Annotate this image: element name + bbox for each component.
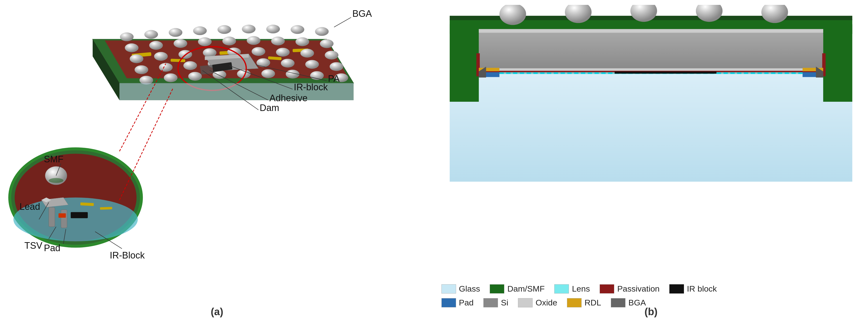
label-tsv: TSV <box>24 241 43 251</box>
svg-point-19 <box>125 43 138 52</box>
svg-point-39 <box>183 61 197 70</box>
cross-section-svg <box>445 5 857 211</box>
svg-point-27 <box>320 39 334 48</box>
legend-swatch-lens <box>554 284 569 293</box>
legend-item-dam-smf: Dam/SMF <box>490 284 545 293</box>
svg-point-43 <box>281 59 294 67</box>
svg-rect-74 <box>100 207 112 210</box>
label-adhesive: Adhesive <box>269 93 307 103</box>
cross-section-wrapper <box>445 5 857 212</box>
legend-label-passivation: Passivation <box>617 284 659 293</box>
svg-point-10 <box>120 32 133 41</box>
svg-point-51 <box>261 69 275 78</box>
label-smf: SMF <box>44 154 63 164</box>
svg-point-42 <box>256 58 270 67</box>
label-pad: Pad <box>44 243 60 253</box>
legend-item-bga: BGA <box>611 298 646 308</box>
svg-point-29 <box>154 52 168 61</box>
dam-left <box>450 24 479 102</box>
legend-swatch-si <box>483 298 498 308</box>
svg-point-34 <box>276 48 289 57</box>
panel-b-label: (b) <box>645 306 658 318</box>
svg-point-24 <box>247 36 260 45</box>
svg-point-21 <box>174 39 187 48</box>
si-block <box>479 29 823 71</box>
svg-point-17 <box>290 25 304 34</box>
svg-point-35 <box>300 49 314 58</box>
label-lead: Lead <box>20 202 40 212</box>
label-ir-block-lower: IR-Block <box>110 250 145 260</box>
legend-item-rdl: RDL <box>567 298 601 308</box>
main-container: BGA SMF PA IR-block Adhesive <box>0 0 868 322</box>
legend-item-pad: Pad <box>441 298 474 308</box>
illustration-a: BGA SMF PA IR-block Adhesive <box>0 2 434 305</box>
legend-item-glass: Glass <box>441 284 480 293</box>
svg-point-45 <box>330 62 343 71</box>
label-dam: Dam <box>259 103 279 113</box>
svg-rect-68 <box>71 212 88 218</box>
svg-point-33 <box>252 47 265 56</box>
legend-container: Glass Dam/SMF Lens Passivation IR block <box>441 284 861 308</box>
legend-item-lens: Lens <box>554 284 590 293</box>
panel-a: BGA SMF PA IR-block Adhesive <box>0 0 434 322</box>
svg-point-18 <box>315 27 329 36</box>
svg-rect-65 <box>49 207 55 227</box>
legend-item-oxide: Oxide <box>518 298 557 308</box>
legend-swatch-pad <box>441 298 456 308</box>
svg-point-13 <box>193 26 207 35</box>
legend-item-passivation: Passivation <box>600 284 659 293</box>
svg-point-22 <box>198 37 212 46</box>
svg-point-14 <box>217 25 231 34</box>
svg-rect-6 <box>170 59 185 62</box>
panel-a-svg: BGA SMF PA IR-block Adhesive <box>0 2 434 305</box>
legend-label-bga: BGA <box>628 298 646 308</box>
ir-block-strip <box>615 72 717 74</box>
legend-label-ir-block: IR block <box>687 284 717 293</box>
legend-swatch-bga <box>611 298 625 308</box>
legend-swatch-ir-block <box>669 284 684 293</box>
svg-point-12 <box>169 28 182 37</box>
panel-a-label: (a) <box>211 306 223 318</box>
legend-item-si: Si <box>483 298 508 308</box>
legend-swatch-oxide <box>518 298 533 308</box>
legend-swatch-dam-smf <box>490 284 504 293</box>
svg-rect-67 <box>59 213 66 218</box>
legend-label-glass: Glass <box>459 284 480 293</box>
svg-point-48 <box>188 72 202 80</box>
si-highlight <box>479 29 823 33</box>
svg-point-28 <box>130 54 143 63</box>
svg-point-72 <box>49 178 63 183</box>
legend-item-ir-block: IR block <box>669 284 717 293</box>
svg-point-25 <box>271 37 285 45</box>
panel-b: Glass Dam/SMF Lens Passivation IR block <box>434 0 868 322</box>
legend-label-si: Si <box>501 298 508 308</box>
svg-point-15 <box>242 25 255 33</box>
legend-swatch-glass <box>441 284 456 293</box>
legend-label-dam-smf: Dam/SMF <box>507 284 545 293</box>
svg-rect-66 <box>61 210 67 228</box>
dam-right <box>823 24 852 102</box>
svg-point-47 <box>164 73 178 82</box>
legend-swatch-rdl <box>567 298 582 308</box>
svg-point-20 <box>149 41 163 50</box>
svg-point-23 <box>222 37 236 45</box>
svg-point-36 <box>325 50 338 59</box>
svg-point-11 <box>144 30 158 39</box>
legend-label-oxide: Oxide <box>535 298 557 308</box>
oxide-layer <box>499 68 803 71</box>
svg-point-37 <box>134 65 148 74</box>
legend-row-1: Glass Dam/SMF Lens Passivation IR block <box>441 284 861 293</box>
legend-label-pad: Pad <box>459 298 474 308</box>
svg-marker-59 <box>200 65 213 74</box>
svg-point-16 <box>266 25 280 33</box>
svg-point-44 <box>305 60 319 69</box>
label-pa: PA <box>328 73 340 84</box>
label-bga: BGA <box>352 8 372 19</box>
legend-swatch-passivation <box>600 284 614 293</box>
svg-line-77 <box>334 17 351 27</box>
legend-label-lens: Lens <box>572 284 590 293</box>
svg-point-26 <box>296 37 309 46</box>
legend-label-rdl: RDL <box>585 298 601 308</box>
glass-body <box>450 73 852 182</box>
label-ir-block-upper: IR-block <box>294 82 328 92</box>
